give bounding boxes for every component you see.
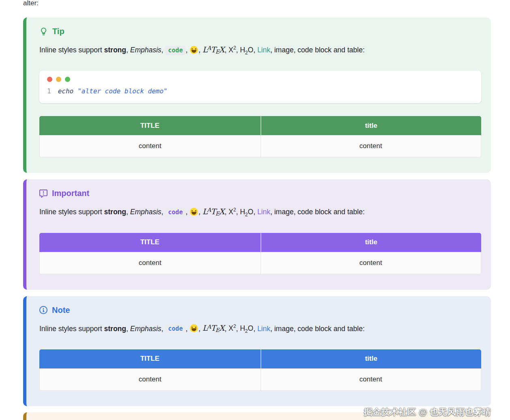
sup-exp: 2 (233, 45, 236, 51)
report-icon (39, 190, 47, 198)
separator: , (185, 324, 189, 332)
demo-table: TITLE title content content (39, 233, 481, 274)
window-controls (47, 77, 473, 82)
paragraph-text: Inline styles support (39, 46, 104, 54)
latex-logo: LATEX (202, 45, 225, 54)
separator: , (185, 46, 189, 54)
table-cell: content (260, 368, 482, 391)
paragraph-text: image, code block and table: (274, 208, 365, 216)
sub-base: H (240, 208, 245, 216)
inline-styles-paragraph: Inline styles support strong, Emphasis, … (39, 205, 481, 220)
page: alter: Tip Inline styles support strong,… (0, 0, 510, 419)
inline-code-demo: code (165, 208, 185, 217)
sup-exp: 2 (233, 207, 236, 213)
table-header-row: TITLE title (39, 116, 481, 135)
table-row: content content (39, 252, 481, 274)
callout-title: Tip (52, 27, 65, 36)
sup-exp: 2 (233, 324, 236, 330)
watermark: 掘金技术社区 @ 也无风雨也雾晴 (364, 406, 491, 418)
subscript-demo: H2O (240, 208, 253, 216)
grin-emoji-icon (190, 208, 198, 216)
intro-text: alter: (23, 0, 491, 8)
inline-styles-paragraph: Inline styles support strong, Emphasis, … (39, 321, 481, 337)
sub-base: H (240, 46, 245, 54)
traffic-light-red-icon (47, 77, 52, 82)
separator: , (126, 46, 130, 54)
info-icon (39, 306, 47, 314)
table-cell: content (260, 135, 482, 157)
separator: , (126, 324, 130, 332)
subscript-demo: H2O (240, 324, 253, 332)
emphasis-demo: Emphasis (130, 46, 161, 54)
demo-link[interactable]: Link (257, 208, 270, 216)
separator: , (198, 324, 202, 332)
separator: , (225, 324, 229, 332)
sub-base: O (248, 46, 254, 54)
sub-script: 2 (245, 328, 248, 334)
table-row: content content (39, 135, 481, 157)
latex-letter: L (202, 323, 208, 332)
callout-title: Note (52, 306, 70, 315)
demo-link[interactable]: Link (257, 46, 270, 54)
code-line: 1 echo "alter code block demo" (47, 87, 473, 95)
demo-table: TITLE title content content (39, 349, 481, 391)
strong-demo: strong (104, 46, 126, 54)
table-row: content content (39, 368, 481, 391)
table-header-row: TITLE title (39, 349, 481, 368)
separator: , (198, 208, 202, 216)
table-header-row: TITLE title (39, 233, 481, 252)
code-block: 1 echo "alter code block demo" (39, 71, 481, 103)
sup-base: X (228, 324, 233, 332)
separator: , (225, 46, 229, 54)
paragraph-text: image, code block and table: (274, 46, 365, 54)
latex-letter: L (202, 45, 208, 54)
lightbulb-icon (39, 27, 48, 36)
callout-important: Important Inline styles support strong, … (23, 179, 491, 289)
callout-title: Important (52, 189, 89, 198)
code-string: "alter code block demo" (77, 87, 168, 95)
paragraph-text: image, code block and table: (274, 324, 365, 332)
separator: , (270, 46, 274, 54)
callout-tip: Tip Inline styles support strong, Emphas… (23, 17, 491, 173)
sub-script: 2 (245, 212, 248, 218)
table-header-cell: TITLE (39, 233, 260, 252)
callout-header: Important (39, 189, 481, 198)
separator: , (236, 324, 240, 332)
sub-base: O (248, 208, 254, 216)
sup-base: X (228, 208, 233, 216)
separator: , (161, 324, 166, 332)
demo-link[interactable]: Link (257, 324, 270, 332)
line-number: 1 (47, 87, 51, 95)
callout-header: Note (39, 306, 481, 315)
table-cell: content (39, 368, 260, 391)
table-cell: content (39, 135, 260, 157)
separator: , (126, 208, 130, 216)
table-header-cell: title (260, 233, 482, 252)
separator: , (198, 46, 202, 54)
separator: , (161, 208, 166, 216)
table-header-cell: title (260, 116, 482, 135)
table-cell: content (260, 252, 482, 274)
emphasis-demo: Emphasis (130, 324, 161, 332)
paragraph-text: Inline styles support (39, 324, 104, 332)
separator: , (185, 208, 189, 216)
superscript-demo: X2 (228, 46, 236, 54)
strong-demo: strong (104, 208, 126, 216)
latex-logo: LATEX (202, 323, 225, 332)
inline-code-demo: code (165, 46, 185, 55)
traffic-light-yellow-icon (56, 77, 61, 82)
subscript-demo: H2O (240, 46, 253, 54)
superscript-demo: X2 (228, 324, 236, 332)
sub-base: O (248, 324, 254, 332)
inline-code-demo: code (165, 324, 185, 334)
separator: , (270, 208, 274, 216)
table-header-cell: TITLE (39, 349, 260, 368)
sub-base: H (240, 324, 245, 332)
separator: , (161, 46, 166, 54)
code-keyword: echo (58, 87, 74, 95)
separator: , (236, 208, 240, 216)
callout-header: Tip (39, 27, 481, 36)
latex-letter: X (219, 207, 225, 216)
separator: , (253, 324, 257, 332)
sub-script: 2 (245, 50, 248, 55)
